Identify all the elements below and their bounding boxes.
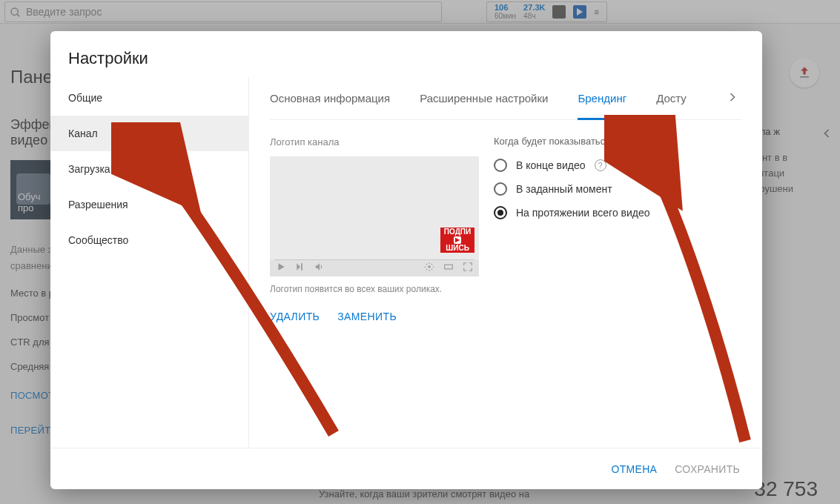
tab-branding[interactable]: Брендинг: [578, 77, 626, 119]
fullscreen-icon[interactable]: [463, 262, 473, 275]
settings-content: Основная информация Расширенные настройк…: [249, 77, 762, 448]
video-preview: ПОДПИ ▶ ШИСЬ: [270, 156, 479, 276]
delete-button[interactable]: УДАЛИТЬ: [270, 311, 320, 322]
save-button[interactable]: СОХРАНИТЬ: [675, 463, 740, 475]
sidebar-item-permissions[interactable]: Разрешения: [50, 187, 248, 222]
tab-advanced[interactable]: Расширенные настройки: [420, 77, 548, 119]
radio-end-of-video[interactable]: В конце видео ?: [494, 159, 716, 172]
video-controls: [270, 260, 479, 276]
sidebar-item-upload[interactable]: Загрузка видео: [50, 151, 248, 187]
sidebar-item-general[interactable]: Общие: [50, 80, 248, 116]
channel-watermark: ПОДПИ ▶ ШИСЬ: [440, 228, 474, 253]
radio-entire-video[interactable]: На протяжении всего видео: [494, 206, 716, 219]
sidebar-item-community[interactable]: Сообщество: [50, 222, 248, 258]
tabs-scroll-right[interactable]: [725, 90, 741, 107]
help-icon[interactable]: ?: [595, 159, 606, 171]
sidebar-item-channel[interactable]: Канал: [50, 116, 248, 151]
next-icon[interactable]: [295, 262, 305, 275]
tab-access[interactable]: Досту: [656, 77, 687, 119]
play-icon[interactable]: [276, 262, 286, 275]
radio-group-label: Когда будет показываться логотип: [494, 136, 647, 147]
settings-sidebar: Общие Канал Загрузка видео Разрешения Со…: [50, 77, 249, 448]
tab-basic-info[interactable]: Основная информация: [270, 77, 390, 119]
display-timing-group: Когда будет показываться логотип ? В кон…: [494, 135, 716, 230]
hint-text: Логотип появится во всех ваших роликах.: [270, 284, 479, 294]
theater-icon[interactable]: [443, 262, 454, 275]
svg-rect-4: [445, 265, 453, 269]
modal-title: Настройки: [50, 31, 762, 77]
volume-icon[interactable]: [314, 262, 325, 275]
radio-custom-time[interactable]: В заданный момент: [494, 182, 716, 196]
help-icon[interactable]: ?: [652, 135, 664, 147]
replace-button[interactable]: ЗАМЕНИТЬ: [337, 311, 397, 322]
svg-point-3: [428, 265, 431, 268]
modal-footer: ОТМЕНА СОХРАНИТЬ: [50, 448, 762, 489]
settings-modal: Настройки Общие Канал Загрузка видео Раз…: [50, 31, 762, 489]
chevron-right-icon: [725, 90, 740, 105]
gear-icon[interactable]: [424, 262, 434, 275]
cancel-button[interactable]: ОТМЕНА: [612, 463, 658, 475]
tab-bar: Основная информация Расширенные настройк…: [270, 77, 741, 120]
